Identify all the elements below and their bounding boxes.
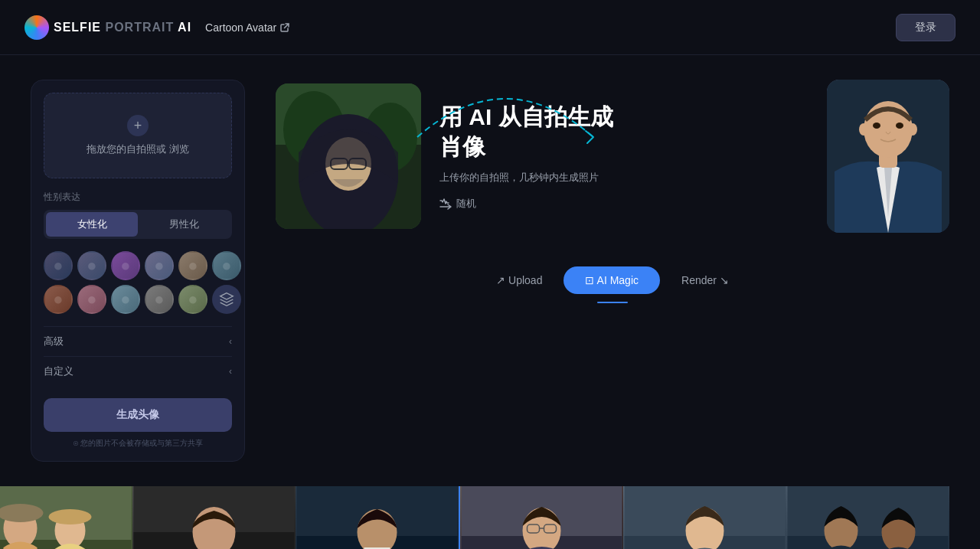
gallery-img-3 [296, 486, 459, 549]
cartoon-avatar-link[interactable]: Cartoon Avatar [205, 21, 289, 34]
custom-label: 自定义 [44, 364, 74, 378]
style-avatar-9[interactable] [111, 285, 140, 314]
gallery-item-1 [0, 486, 132, 549]
logo-selfie: SELFIE [54, 21, 101, 34]
logo-ai: AI [174, 21, 191, 34]
gallery-img-5 [623, 486, 786, 549]
hero-heading: 用 AI 从自拍生成 肖像 [439, 102, 808, 162]
hero-photo-inner [276, 83, 421, 229]
style-avatar-8[interactable] [77, 285, 106, 314]
tab-ai-magic-label: ⊡ AI Magic [585, 274, 639, 286]
style-avatar-7[interactable] [44, 285, 73, 314]
disclaimer-text: ⊙ 您的图片不会被存储或与第三方共享 [44, 438, 232, 449]
tab-render-label: Render ↘ [681, 274, 729, 286]
logo[interactable]: SELFIE PORTRAIT AI [24, 15, 191, 40]
hero-result-photo [827, 80, 949, 233]
style-avatar-6[interactable] [212, 251, 241, 280]
logo-text: SELFIE PORTRAIT AI [54, 21, 191, 34]
style-avatar-10[interactable] [145, 285, 174, 314]
upload-plus-icon: + [127, 115, 149, 136]
gallery-item-2 [132, 486, 296, 549]
header: SELFIE PORTRAIT AI Cartoon Avatar 登录 [0, 0, 980, 55]
random-label: 随机 [456, 197, 476, 211]
gender-male-btn[interactable]: 男性化 [138, 212, 230, 237]
svg-point-12 [873, 123, 880, 129]
random-icon [439, 198, 452, 210]
gallery-item-4 [460, 486, 623, 549]
style-avatar-3[interactable] [111, 251, 140, 280]
tabs-section: ↗ Upload ⊡ AI Magic Render ↘ [475, 257, 750, 297]
custom-chevron-icon: ‹ [229, 366, 232, 377]
gallery-item-3 [296, 486, 459, 549]
upload-text: 拖放您的自拍照或 浏览 [57, 142, 219, 156]
external-link-icon [280, 23, 289, 32]
hero-heading-line2: 肖像 [439, 134, 485, 159]
gender-female-btn[interactable]: 女性化 [46, 212, 138, 237]
custom-row[interactable]: 自定义 ‹ [44, 356, 232, 386]
gallery-item-6 [786, 486, 949, 549]
login-button[interactable]: 登录 [896, 14, 956, 41]
style-avatar-4[interactable] [145, 251, 174, 280]
tabs-wrapper: ↗ Upload ⊡ AI Magic Render ↘ [276, 251, 949, 303]
advanced-chevron-icon: ‹ [229, 336, 232, 347]
tab-upload[interactable]: ↗ Upload [475, 266, 564, 294]
logo-icon [24, 15, 49, 40]
style-avatar-1[interactable] [44, 251, 73, 280]
hero-input-photo [276, 83, 421, 229]
tab-upload-label: ↗ Upload [496, 274, 542, 286]
gallery-img-2 [132, 486, 296, 549]
upload-area[interactable]: + 拖放您的自拍照或 浏览 [44, 93, 232, 178]
advanced-label: 高级 [44, 335, 64, 348]
generate-button[interactable]: 生成头像 [44, 398, 232, 432]
advanced-row[interactable]: 高级 ‹ [44, 326, 232, 356]
tab-render[interactable]: Render ↘ [660, 266, 750, 294]
hero-photo-svg [276, 83, 421, 229]
svg-point-15 [908, 123, 917, 136]
style-avatar-11[interactable] [178, 285, 207, 314]
style-avatar-3d[interactable] [212, 285, 241, 314]
style-avatar-5[interactable] [178, 251, 207, 280]
random-button[interactable]: 随机 [439, 197, 476, 211]
gallery-img-4 [460, 486, 623, 549]
hero-text: 用 AI 从自拍生成 肖像 上传你的自拍照，几秒钟内生成照片 随机 [439, 87, 808, 226]
hero-subtitle: 上传你的自拍照，几秒钟内生成照片 [439, 171, 808, 185]
style-grid [44, 251, 232, 314]
logo-portrait: PORTRAIT [101, 21, 174, 34]
logo-area: SELFIE PORTRAIT AI Cartoon Avatar [24, 15, 289, 40]
gender-label: 性别表达 [44, 191, 232, 204]
svg-point-13 [896, 123, 903, 129]
left-panel: + 拖放您的自拍照或 浏览 性别表达 女性化 男性化 [31, 80, 245, 462]
tab-indicator [597, 302, 628, 303]
style-avatar-2[interactable] [77, 251, 106, 280]
gallery [0, 486, 949, 549]
svg-point-21 [49, 509, 92, 524]
nav-link-label: Cartoon Avatar [205, 21, 276, 34]
svg-rect-39 [788, 536, 949, 549]
svg-point-14 [859, 123, 868, 136]
gallery-item-5 [623, 486, 786, 549]
hero-heading-line1: 用 AI 从自拍生成 [439, 104, 613, 129]
gender-toggle: 女性化 男性化 [44, 210, 232, 239]
showcase: 用 AI 从自拍生成 肖像 上传你的自拍照，几秒钟内生成照片 随机 [276, 80, 949, 303]
main-content: + 拖放您的自拍照或 浏览 性别表达 女性化 男性化 [0, 55, 980, 486]
gallery-img-1 [0, 486, 132, 549]
hero-result-svg [827, 80, 949, 233]
tab-ai-magic[interactable]: ⊡ AI Magic [564, 266, 660, 294]
hero-section: 用 AI 从自拍生成 肖像 上传你的自拍照，几秒钟内生成照片 随机 [276, 80, 949, 233]
gallery-img-6 [786, 486, 949, 549]
